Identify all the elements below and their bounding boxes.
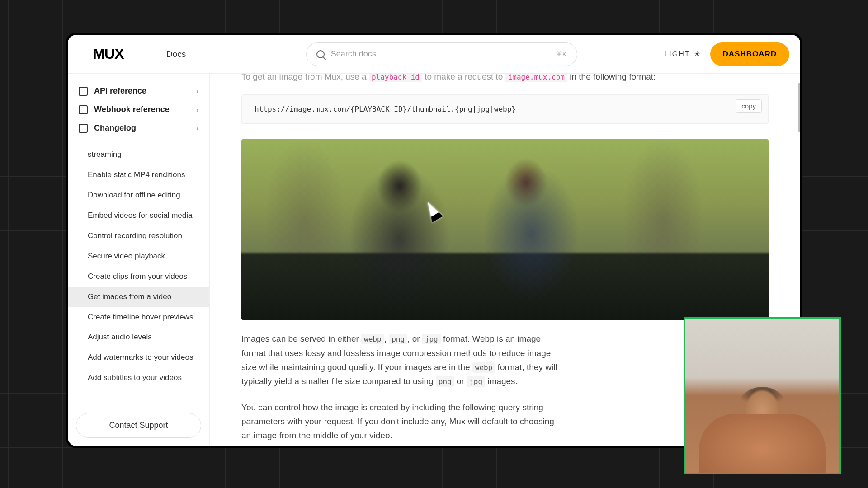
sidebar-item-get-images[interactable]: Get images from a video <box>68 287 209 307</box>
example-thumbnail-image <box>241 139 769 320</box>
format-paragraph: Images can be served in either webp, png… <box>241 332 558 388</box>
keyboard-shortcut-hint: ⌘K <box>556 50 567 58</box>
chevron-right-icon: › <box>196 125 198 132</box>
query-params-paragraph: You can control how the image is created… <box>241 400 558 443</box>
sidebar-item-secure-playback[interactable]: Secure video playback <box>68 246 209 267</box>
nav-changelog[interactable]: Changelog › <box>68 119 209 137</box>
sidebar-item-embed-social[interactable]: Embed videos for social media <box>68 206 209 226</box>
cursor-icon <box>423 201 443 223</box>
sidebar-item-recording-resolution[interactable]: Control recording resolution <box>68 226 209 246</box>
dashboard-label: DASHBOARD <box>723 50 777 58</box>
sidebar: API reference › Webhook reference › Chan… <box>68 74 210 446</box>
code-image-host: image.mux.com <box>505 74 567 82</box>
code-text: https://image.mux.com/{PLAYBACK_ID}/thum… <box>255 105 516 113</box>
header: MUX Docs Search docs ⌘K LIGHT ☀ DASHBOAR… <box>68 35 800 74</box>
theme-toggle[interactable]: LIGHT ☀ <box>664 50 701 58</box>
chevron-right-icon: › <box>196 106 198 113</box>
sidebar-item-static-mp4[interactable]: Enable static MP4 renditions <box>68 165 209 185</box>
contact-support-button[interactable]: Contact Support <box>76 413 201 438</box>
logo-area[interactable]: MUX <box>68 35 149 73</box>
code-block: copy https://image.mux.com/{PLAYBACK_ID}… <box>241 94 769 124</box>
docs-tab[interactable]: Docs <box>149 35 203 73</box>
nav-api-reference[interactable]: API reference › <box>68 82 209 100</box>
dashboard-button[interactable]: DASHBOARD <box>710 42 790 66</box>
webhook-icon <box>79 105 88 114</box>
sidebar-item-timeline-previews[interactable]: Create timeline hover previews <box>68 307 209 328</box>
changelog-icon <box>79 124 88 133</box>
logo-text: MUX <box>93 46 123 62</box>
sidebar-item-download-offline[interactable]: Download for offline editing <box>68 185 209 206</box>
search-input[interactable]: Search docs ⌘K <box>306 42 577 66</box>
sidebar-item-streaming[interactable]: streaming <box>68 145 209 165</box>
sidebar-item-audio-levels[interactable]: Adjust audio levels <box>68 327 209 347</box>
search-placeholder: Search docs <box>331 49 549 59</box>
presenter-webcam <box>684 317 841 474</box>
copy-button[interactable]: copy <box>736 99 762 113</box>
docs-tab-label: Docs <box>166 49 186 59</box>
scrollbar-thumb[interactable] <box>798 83 801 132</box>
theme-label: LIGHT <box>664 50 690 58</box>
sidebar-item-subtitles[interactable]: Add subtitles to your videos <box>68 368 209 388</box>
code-playback-id: playback_id <box>369 74 422 82</box>
code-icon <box>79 87 88 96</box>
chevron-right-icon: › <box>196 88 198 95</box>
nav-top-section: API reference › Webhook reference › Chan… <box>68 74 209 141</box>
intro-paragraph: To get an image from Mux, use a playback… <box>241 74 769 84</box>
nav-list: streaming Enable static MP4 renditions D… <box>68 141 209 405</box>
sidebar-item-watermarks[interactable]: Add watermarks to your videos <box>68 347 209 368</box>
sun-icon: ☀ <box>694 50 701 58</box>
search-icon <box>316 50 325 58</box>
nav-webhook-reference[interactable]: Webhook reference › <box>68 100 209 119</box>
sidebar-item-create-clips[interactable]: Create clips from your videos <box>68 267 209 287</box>
